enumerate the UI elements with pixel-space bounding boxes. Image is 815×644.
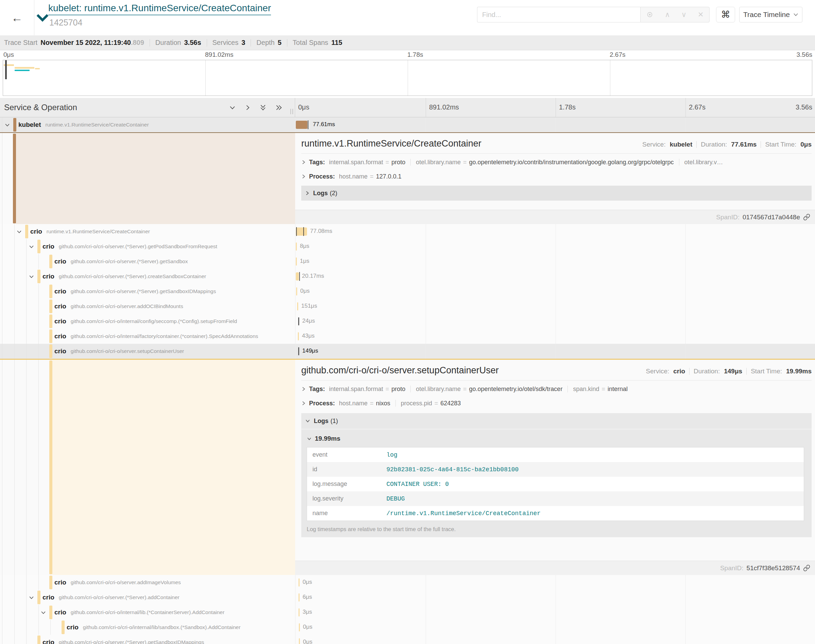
span-row[interactable]: crio github.com/cri-o/cri-o/server.(*Ser… bbox=[0, 284, 815, 299]
collapse-one-icon[interactable] bbox=[229, 105, 236, 110]
minimap-viewport-handle[interactable] bbox=[5, 60, 7, 79]
logs-count: (1) bbox=[331, 417, 338, 425]
span-row-left: crio github.com/cri-o/cri-o/internal/con… bbox=[0, 314, 295, 329]
prev-match-icon[interactable]: ∧ bbox=[665, 11, 670, 19]
column-resizer[interactable] bbox=[290, 109, 293, 114]
trace-title-link[interactable]: kubelet: runtime.v1.RuntimeService/Creat… bbox=[48, 3, 271, 15]
find-input[interactable] bbox=[477, 7, 640, 23]
clear-search-icon[interactable]: ✕ bbox=[698, 11, 704, 19]
tree-guide bbox=[14, 344, 15, 359]
expander-chevron-icon[interactable] bbox=[40, 610, 46, 615]
span-row-timeline[interactable]: 0μs bbox=[295, 575, 815, 590]
log-entry-header[interactable]: 19.99ms bbox=[307, 435, 806, 442]
span-row-timeline[interactable]: 24μs bbox=[295, 314, 815, 329]
span-row-timeline[interactable]: 1μs bbox=[295, 254, 815, 269]
span-row[interactable]: crio github.com/cri-o/cri-o/server.setup… bbox=[0, 344, 815, 359]
service-label: Service: bbox=[646, 368, 669, 375]
expand-one-icon[interactable] bbox=[245, 104, 251, 111]
expander-chevron-icon[interactable] bbox=[5, 122, 10, 128]
span-row-left: crio runtime.v1.RuntimeService/CreateCon… bbox=[0, 224, 295, 239]
tag-key-truncated: otel.library.v… bbox=[685, 159, 723, 166]
separator bbox=[207, 39, 207, 47]
minimap-tick-labels: 0μs 891.02ms 1.78s 2.67s 3.56s bbox=[3, 51, 812, 59]
timeline-gridline bbox=[426, 98, 426, 117]
logs-header-expanded[interactable]: Logs (1) bbox=[301, 413, 812, 429]
separator bbox=[411, 159, 411, 166]
process-row[interactable]: Process: host.name=127.0.0.1 bbox=[301, 171, 812, 182]
span-row-timeline[interactable]: 77.08ms bbox=[295, 224, 815, 239]
span-row-timeline[interactable]: 77.61ms bbox=[295, 117, 815, 132]
tags-row[interactable]: Tags: internal.span.format=proto otel.li… bbox=[301, 156, 812, 168]
find-toolbar: ∧ ∨ ✕ bbox=[640, 7, 709, 23]
span-row-timeline[interactable]: 20.17ms bbox=[295, 269, 815, 284]
expander-chevron-icon[interactable] bbox=[29, 244, 34, 250]
span-row[interactable]: crio github.com/cri-o/cri-o/internal/lib… bbox=[0, 620, 815, 635]
span-row[interactable]: crio github.com/cri-o/cri-o/internal/fac… bbox=[0, 329, 815, 344]
tree-guide bbox=[14, 314, 15, 329]
span-color-bar bbox=[49, 330, 52, 343]
timeline-header-left: Service & Operation bbox=[0, 98, 295, 117]
span-row[interactable]: crio github.com/cri-o/cri-o/server.addIm… bbox=[0, 575, 815, 590]
tree-guide bbox=[38, 575, 39, 590]
span-operation: runtime.v1.RuntimeService/CreateContaine… bbox=[46, 122, 149, 128]
span-row-timeline[interactable]: 149μs bbox=[295, 344, 815, 359]
span-row[interactable]: kubelet runtime.v1.RuntimeService/Create… bbox=[0, 117, 815, 132]
tree-guide bbox=[14, 620, 15, 635]
span-row-timeline[interactable]: 0μs bbox=[295, 620, 815, 635]
collapse-all-icon[interactable] bbox=[260, 104, 266, 111]
next-match-icon[interactable]: ∨ bbox=[682, 11, 686, 19]
tree-guide bbox=[2, 605, 2, 620]
timeline-gridline bbox=[556, 314, 556, 329]
span-row[interactable]: crio github.com/cri-o/cri-o/server.(*Ser… bbox=[0, 635, 815, 644]
span-row[interactable]: crio github.com/cri-o/cri-o/internal/con… bbox=[0, 314, 815, 329]
span-row-timeline[interactable]: 3μs bbox=[295, 605, 815, 620]
span-duration-label: 0μs bbox=[303, 639, 313, 644]
span-row-timeline[interactable]: 6μs bbox=[295, 590, 815, 605]
timeline-gridline bbox=[295, 590, 296, 605]
tree-guide bbox=[26, 299, 26, 314]
expander-chevron-icon[interactable] bbox=[29, 595, 34, 601]
span-row-timeline[interactable]: 43μs bbox=[295, 329, 815, 344]
span-row-timeline[interactable]: 8μs bbox=[295, 239, 815, 254]
span-row[interactable]: crio github.com/cri-o/cri-o/server.(*Ser… bbox=[0, 590, 815, 605]
span-row[interactable]: crio github.com/cri-o/cri-o/server.(*Ser… bbox=[0, 254, 815, 269]
timeline-header-ruler: 0μs 891.02ms 1.78s 2.67s 3.56s bbox=[295, 98, 815, 117]
span-row[interactable]: crio github.com/cri-o/cri-o/server.addOC… bbox=[0, 299, 815, 314]
span-row[interactable]: crio github.com/cri-o/cri-o/internal/lib… bbox=[0, 605, 815, 620]
log-field-key: log.severity bbox=[307, 491, 381, 506]
trace-minimap[interactable] bbox=[3, 60, 812, 96]
chevron-right-icon bbox=[301, 174, 306, 179]
span-duration-bar bbox=[296, 242, 297, 251]
view-selector-button[interactable]: Trace Timeline bbox=[739, 7, 803, 23]
log-field-value: 92b82381-025c-4a64-815c-ba2e1bb08100 bbox=[381, 462, 804, 477]
span-service: crio bbox=[43, 639, 54, 644]
deep-link-icon[interactable] bbox=[803, 213, 810, 221]
detail-meta: Service:crio Duration:149μs Start Time:1… bbox=[646, 368, 812, 375]
span-color-bar bbox=[49, 314, 52, 328]
expand-all-icon[interactable] bbox=[276, 104, 283, 111]
span-row-timeline[interactable]: 0μs bbox=[295, 635, 815, 644]
detail-meta: Service:kubelet Duration:77.61ms Start T… bbox=[642, 141, 812, 148]
span-row-timeline[interactable]: 0μs bbox=[295, 284, 815, 299]
separator bbox=[689, 368, 689, 375]
expander-chevron-icon[interactable] bbox=[16, 229, 22, 235]
expander-chevron-icon[interactable] bbox=[29, 274, 34, 279]
tag-value: proto bbox=[391, 159, 405, 166]
logs-header-collapsed[interactable]: Logs (2) bbox=[301, 186, 812, 201]
log-timestamp: 19.99ms bbox=[315, 435, 340, 442]
span-row-left: crio github.com/cri-o/cri-o/server.(*Ser… bbox=[0, 635, 295, 644]
locate-icon[interactable] bbox=[646, 11, 654, 18]
span-row[interactable]: crio github.com/cri-o/cri-o/server.(*Ser… bbox=[0, 239, 815, 254]
process-row[interactable]: Process: host.name=nixos process.pid=624… bbox=[301, 397, 812, 409]
tree-guide bbox=[26, 360, 26, 575]
span-operation: github.com/cri-o/cri-o/internal/lib/sand… bbox=[83, 624, 241, 630]
deep-link-icon[interactable] bbox=[803, 564, 810, 572]
tree-guide bbox=[26, 635, 26, 644]
back-button[interactable]: ← bbox=[0, 0, 34, 35]
tags-row[interactable]: Tags: internal.span.format=proto otel.li… bbox=[301, 383, 812, 395]
tree-guide bbox=[26, 284, 26, 299]
span-row-timeline[interactable]: 151μs bbox=[295, 299, 815, 314]
keyboard-shortcuts-button[interactable]: ⌘ bbox=[716, 7, 735, 23]
span-row[interactable]: crio github.com/cri-o/cri-o/server.(*Ser… bbox=[0, 269, 815, 284]
span-row[interactable]: crio runtime.v1.RuntimeService/CreateCon… bbox=[0, 224, 815, 239]
